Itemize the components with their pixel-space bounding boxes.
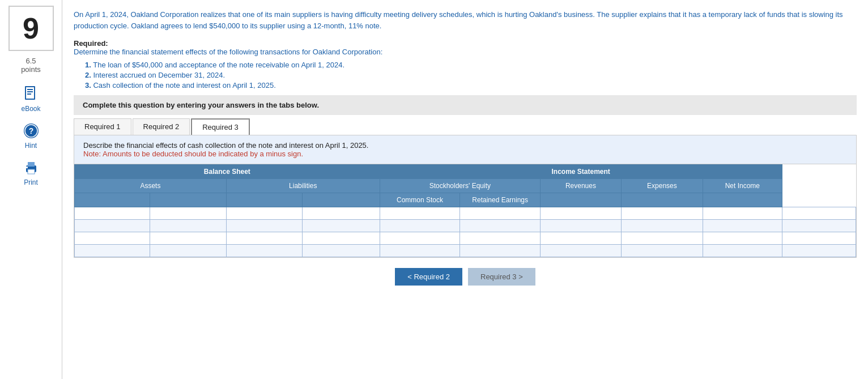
liabilities-value-input[interactable] bbox=[306, 222, 377, 231]
liabilities-label-cell[interactable] bbox=[226, 207, 303, 220]
retained-earnings-cell[interactable] bbox=[460, 220, 541, 232]
revenues-value-cell[interactable] bbox=[621, 245, 703, 257]
net-income-input[interactable] bbox=[785, 234, 853, 243]
assets-label-input[interactable] bbox=[77, 209, 147, 218]
liabilities-value-cell[interactable] bbox=[303, 232, 380, 245]
revenues-label-input[interactable] bbox=[543, 209, 619, 218]
revenues-value-input[interactable] bbox=[625, 209, 700, 218]
net-income-cell[interactable] bbox=[782, 220, 856, 232]
complete-banner: Complete this question by entering your … bbox=[74, 95, 857, 115]
assets-value-input[interactable] bbox=[154, 209, 224, 218]
assets-value-input[interactable] bbox=[154, 246, 224, 255]
assets-value-cell[interactable] bbox=[150, 220, 227, 232]
retained-earnings-input[interactable] bbox=[462, 222, 538, 231]
revenues-label-cell[interactable] bbox=[540, 220, 621, 232]
revenues-value-input[interactable] bbox=[625, 246, 700, 255]
liabilities-label-input[interactable] bbox=[229, 209, 300, 218]
liabilities-label-input[interactable] bbox=[229, 234, 300, 243]
assets-value-cell[interactable] bbox=[150, 232, 227, 245]
expenses-input[interactable] bbox=[705, 234, 780, 243]
svg-rect-11 bbox=[26, 167, 28, 168]
liabilities-label-cell[interactable] bbox=[226, 232, 303, 245]
revenues-label-input[interactable] bbox=[543, 222, 619, 231]
tab-required-1[interactable]: Required 1 bbox=[74, 118, 131, 135]
expenses-input[interactable] bbox=[705, 222, 780, 231]
common-stock-cell[interactable] bbox=[380, 245, 460, 257]
liabilities-value-cell[interactable] bbox=[303, 220, 380, 232]
net-income-sub bbox=[703, 193, 782, 207]
assets-label-input[interactable] bbox=[77, 222, 147, 231]
revenues-label-input[interactable] bbox=[543, 246, 619, 255]
prev-button[interactable]: < Required 2 bbox=[395, 268, 462, 286]
revenues-value-cell[interactable] bbox=[621, 232, 703, 245]
retained-earnings-cell[interactable] bbox=[460, 232, 541, 245]
liabilities-value-cell[interactable] bbox=[303, 245, 380, 257]
liabilities-label-input[interactable] bbox=[229, 222, 300, 231]
question-text: On April 1, 2024, Oakland Corporation re… bbox=[74, 9, 857, 31]
net-income-cell[interactable] bbox=[782, 232, 856, 245]
svg-rect-4 bbox=[27, 93, 31, 95]
net-income-cell[interactable] bbox=[782, 207, 856, 220]
common-stock-header: Common Stock bbox=[380, 193, 460, 207]
assets-label-input[interactable] bbox=[77, 234, 147, 243]
revenues-label-cell[interactable] bbox=[540, 207, 621, 220]
expenses-input[interactable] bbox=[705, 246, 780, 255]
net-income-cell[interactable] bbox=[782, 245, 856, 257]
liabilities-value-input[interactable] bbox=[306, 234, 377, 243]
table-container: Balance Sheet Income Statement Assets Li… bbox=[74, 164, 856, 257]
assets-label-input[interactable] bbox=[77, 246, 147, 255]
assets-value-cell[interactable] bbox=[150, 245, 227, 257]
liabilities-value-input[interactable] bbox=[306, 246, 377, 255]
assets-label-cell[interactable] bbox=[75, 220, 150, 232]
expenses-cell[interactable] bbox=[703, 207, 782, 220]
liabilities-value-input[interactable] bbox=[306, 209, 377, 218]
assets-value-cell[interactable] bbox=[150, 207, 227, 220]
retained-earnings-input[interactable] bbox=[462, 246, 538, 255]
assets-subheader-val bbox=[150, 193, 227, 207]
retained-earnings-input[interactable] bbox=[462, 234, 538, 243]
tab-required-2[interactable]: Required 2 bbox=[133, 118, 190, 135]
revenues-label-input[interactable] bbox=[543, 234, 619, 243]
assets-value-input[interactable] bbox=[154, 222, 224, 231]
net-income-input[interactable] bbox=[785, 209, 853, 218]
revenues-label-cell[interactable] bbox=[540, 245, 621, 257]
revenues-header: Revenues bbox=[540, 179, 621, 193]
expenses-input[interactable] bbox=[705, 209, 780, 218]
common-stock-input[interactable] bbox=[382, 209, 458, 218]
revenues-value-input[interactable] bbox=[625, 234, 700, 243]
expenses-cell[interactable] bbox=[703, 245, 782, 257]
assets-value-input[interactable] bbox=[154, 234, 224, 243]
retained-earnings-cell[interactable] bbox=[460, 207, 541, 220]
common-stock-cell[interactable] bbox=[380, 220, 460, 232]
expenses-cell[interactable] bbox=[703, 232, 782, 245]
instruction-box: Describe the financial effects of cash c… bbox=[74, 135, 856, 164]
next-button[interactable]: Required 3 > bbox=[468, 268, 535, 286]
common-stock-input[interactable] bbox=[382, 246, 458, 255]
common-stock-input[interactable] bbox=[382, 222, 458, 231]
assets-label-cell[interactable] bbox=[75, 232, 150, 245]
liabilities-subheader-label bbox=[226, 193, 303, 207]
common-stock-cell[interactable] bbox=[380, 207, 460, 220]
revenues-value-cell[interactable] bbox=[621, 220, 703, 232]
tab-required-3[interactable]: Required 3 bbox=[191, 118, 250, 135]
sidebar-item-print[interactable]: Print bbox=[22, 159, 40, 186]
sidebar-item-hint[interactable]: ? Hint bbox=[22, 122, 40, 150]
liabilities-label-cell[interactable] bbox=[226, 245, 303, 257]
retained-earnings-input[interactable] bbox=[462, 209, 538, 218]
liabilities-value-cell[interactable] bbox=[303, 207, 380, 220]
retained-earnings-cell[interactable] bbox=[460, 245, 541, 257]
common-stock-input[interactable] bbox=[382, 234, 458, 243]
liabilities-label-input[interactable] bbox=[229, 246, 300, 255]
assets-label-cell[interactable] bbox=[75, 245, 150, 257]
net-income-input[interactable] bbox=[785, 246, 853, 255]
assets-label-cell[interactable] bbox=[75, 207, 150, 220]
revenues-label-cell[interactable] bbox=[540, 232, 621, 245]
common-stock-cell[interactable] bbox=[380, 232, 460, 245]
sidebar-item-ebook[interactable]: eBook bbox=[21, 85, 40, 113]
liabilities-label-cell[interactable] bbox=[226, 220, 303, 232]
revenues-value-input[interactable] bbox=[625, 222, 700, 231]
expenses-cell[interactable] bbox=[703, 220, 782, 232]
revenues-value-cell[interactable] bbox=[621, 207, 703, 220]
assets-header: Assets bbox=[75, 179, 227, 193]
net-income-input[interactable] bbox=[785, 222, 853, 231]
